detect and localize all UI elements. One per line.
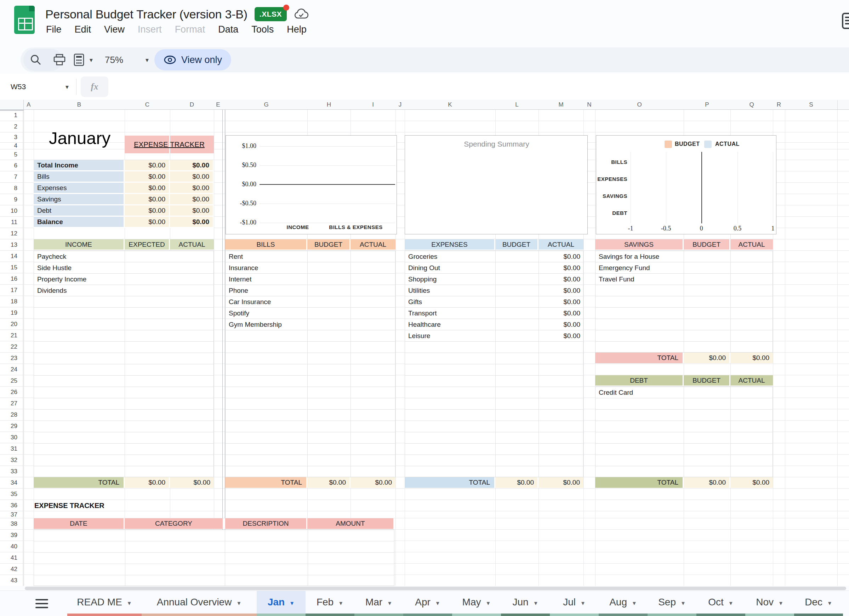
row-header-30[interactable]: 30 (0, 432, 23, 443)
row-header-33[interactable]: 33 (0, 466, 23, 477)
summary-expected-value[interactable]: $0.00 (125, 194, 169, 204)
row-header-35[interactable]: 35 (0, 488, 23, 500)
row-header-37[interactable]: 37 (0, 511, 23, 518)
sheet-tab-jun[interactable]: Jun▼ (501, 591, 550, 613)
table-row[interactable] (34, 466, 213, 478)
income-table-header[interactable]: INCOMEEXPECTEDACTUAL (34, 239, 214, 250)
formula-input[interactable]: fx (81, 76, 108, 97)
table-row[interactable] (34, 530, 394, 541)
sheet-tab-mar[interactable]: Mar▼ (354, 591, 403, 613)
table-row[interactable] (405, 364, 583, 376)
row-header-34[interactable]: 34 (0, 477, 23, 488)
tracker-header-row[interactable]: DATECATEGORYDESCRIPTIONAMOUNT (34, 518, 395, 529)
column-header-K[interactable]: K (405, 100, 496, 110)
all-sheets-menu-icon[interactable] (36, 599, 48, 608)
row-header-39[interactable]: 39 (0, 530, 23, 541)
calculator-icon[interactable]: ▼ (73, 48, 94, 72)
search-icon[interactable] (30, 48, 42, 72)
column-header-E[interactable]: E (214, 100, 223, 110)
column-header-P[interactable]: P (684, 100, 731, 110)
sheet-tab-may[interactable]: May▼ (452, 591, 501, 613)
table-row[interactable] (596, 319, 773, 330)
table-row[interactable] (34, 308, 213, 319)
column-header-C[interactable]: C (125, 100, 170, 110)
table-row[interactable] (405, 398, 583, 409)
row-header-5[interactable]: 5 (0, 149, 23, 160)
table-row[interactable] (34, 296, 213, 308)
savings-table-total-row[interactable]: TOTAL$0.00$0.00 (595, 353, 773, 363)
table-row[interactable] (405, 466, 583, 478)
sheet-tab-apr[interactable]: Apr▼ (403, 591, 452, 613)
table-row[interactable] (34, 432, 213, 443)
table-row[interactable] (596, 443, 773, 455)
table-row[interactable]: Groceries$0.00 (405, 251, 583, 262)
debt-table-total-row[interactable]: TOTAL$0.00$0.00 (595, 477, 773, 488)
row-header-10[interactable]: 10 (0, 205, 23, 217)
summary-label[interactable]: Expenses (34, 183, 124, 193)
summary-actual-value[interactable]: $0.00 (170, 217, 213, 227)
row-header-3[interactable]: 3 (0, 132, 23, 143)
table-row[interactable]: Rent (225, 251, 395, 262)
row-header-13[interactable]: 13 (0, 239, 23, 251)
bills-table-header-cell[interactable]: BUDGET (307, 239, 349, 250)
menu-tools[interactable]: Tools (252, 24, 274, 35)
table-row[interactable]: Gym Membership (225, 319, 395, 330)
table-row[interactable] (225, 342, 395, 353)
row-header-12[interactable]: 12 (0, 228, 23, 239)
row-header-15[interactable]: 15 (0, 262, 23, 273)
summary-expected-value[interactable]: $0.00 (125, 171, 169, 182)
chevron-down-icon[interactable]: ▼ (580, 598, 585, 606)
row-header-25[interactable]: 25 (0, 375, 23, 387)
name-box[interactable]: W53 ▼ (0, 74, 76, 100)
column-header-M[interactable]: M (539, 100, 584, 110)
debt-table-header-cell[interactable]: DEBT (595, 375, 682, 385)
table-row[interactable]: Paycheck (34, 251, 213, 262)
spreadsheet-grid[interactable]: ABCDEGHIJKLMNOPQRS1234567891011121314151… (0, 100, 849, 586)
row-header-43[interactable]: 43 (0, 575, 23, 586)
table-row[interactable]: Emergency Fund (596, 262, 773, 274)
row-header-18[interactable]: 18 (0, 296, 23, 307)
tracker-header-cell[interactable]: DATE (34, 518, 124, 529)
table-row[interactable] (596, 466, 773, 478)
table-row[interactable] (225, 455, 395, 466)
column-header-J[interactable]: J (395, 100, 405, 110)
table-row[interactable] (405, 376, 583, 387)
column-header-S[interactable]: S (785, 100, 838, 110)
table-row[interactable]: Leisure$0.00 (405, 330, 583, 342)
table-row[interactable] (225, 364, 395, 376)
chevron-down-icon[interactable]: ▼ (236, 598, 241, 606)
column-header-O[interactable]: O (595, 100, 684, 110)
table-row[interactable] (596, 330, 773, 342)
summary-actual-value[interactable]: $0.00 (170, 160, 213, 170)
table-row[interactable] (34, 443, 213, 455)
tracker-header-cell[interactable]: DESCRIPTION (225, 518, 306, 529)
summary-label[interactable]: Balance (34, 217, 124, 227)
expenses-table-header-cell[interactable]: EXPENSES (405, 239, 494, 250)
table-row[interactable] (596, 455, 773, 466)
row-header-6[interactable]: 6 (0, 160, 23, 171)
column-header-N[interactable]: N (584, 100, 596, 110)
chevron-down-icon[interactable]: ▼ (435, 598, 441, 606)
table-row[interactable] (34, 376, 213, 387)
table-row[interactable] (405, 421, 583, 432)
summary-expected-value[interactable]: $0.00 (125, 217, 169, 227)
table-row[interactable] (405, 432, 583, 443)
debt-table-header-cell[interactable]: BUDGET (684, 375, 729, 385)
column-header-D[interactable]: D (170, 100, 214, 110)
debt-table-header-cell[interactable]: ACTUAL (730, 375, 773, 385)
column-header-H[interactable]: H (307, 100, 351, 110)
row-header-36[interactable]: 36 (0, 500, 23, 511)
table-row[interactable] (405, 353, 583, 364)
debt-table-body[interactable]: Credit Card (595, 387, 773, 477)
table-row[interactable]: Savings for a House (596, 251, 773, 262)
income-table-header-cell[interactable]: INCOME (34, 239, 124, 250)
table-row[interactable]: Travel Fund (596, 274, 773, 285)
chevron-down-icon[interactable]: ▼ (338, 598, 343, 606)
savings-table-header-cell[interactable]: BUDGET (684, 239, 729, 250)
row-header-9[interactable]: 9 (0, 194, 23, 205)
table-row[interactable]: Gifts$0.00 (405, 296, 583, 308)
summary-label[interactable]: Debt (34, 205, 124, 216)
table-row[interactable] (405, 387, 583, 398)
table-row[interactable]: Phone (225, 285, 395, 296)
tracker-body[interactable] (34, 530, 395, 586)
